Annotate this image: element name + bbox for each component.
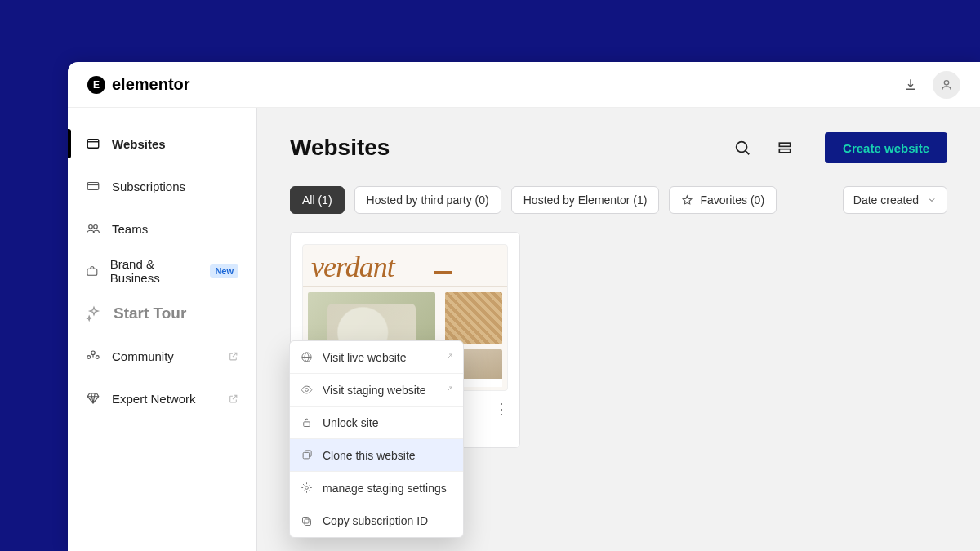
sidebar-item-label: Websites [112, 137, 166, 151]
ctx-visit-live[interactable]: Visit live website [290, 341, 463, 374]
external-link-icon [443, 353, 453, 362]
window-icon [86, 136, 100, 151]
sidebar-item-label: Brand & Business [110, 257, 196, 285]
globe-icon [300, 351, 313, 364]
svg-rect-11 [779, 149, 790, 153]
sidebar-item-label: Subscriptions [112, 180, 185, 193]
ctx-clone-website[interactable]: Clone this website [290, 439, 463, 472]
topbar: E elementor [68, 62, 980, 108]
brand-mark-icon: E [87, 76, 105, 94]
sort-dropdown[interactable]: Date created [843, 186, 947, 214]
sidebar-item-label: Expert Network [112, 392, 196, 406]
filter-bar: All (1) Hosted by third party (0) Hosted… [290, 186, 947, 214]
svg-rect-5 [87, 269, 97, 275]
svg-point-3 [89, 225, 93, 229]
download-button[interactable] [897, 71, 924, 99]
ctx-manage-staging[interactable]: manage staging settings [290, 472, 463, 504]
sidebar-item-label: Teams [112, 222, 148, 236]
brand-name: elementor [112, 75, 190, 94]
create-website-button[interactable]: Create website [825, 132, 947, 163]
filter-all[interactable]: All (1) [290, 186, 345, 214]
svg-point-17 [305, 487, 308, 490]
svg-point-9 [737, 142, 747, 153]
svg-rect-16 [303, 452, 310, 459]
sidebar-item-websites[interactable]: Websites [68, 122, 256, 165]
briefcase-icon [86, 264, 99, 278]
sidebar-item-label: Community [112, 349, 174, 363]
community-icon [86, 349, 100, 363]
sidebar-item-community[interactable]: Community [68, 335, 256, 377]
ctx-visit-staging[interactable]: Visit staging website [290, 374, 463, 407]
page-header: Websites Create website [290, 132, 947, 163]
svg-rect-2 [87, 183, 99, 190]
svg-rect-18 [305, 519, 311, 526]
sidebar-item-subscriptions[interactable]: Subscriptions [68, 165, 256, 207]
users-icon [86, 221, 100, 236]
svg-rect-10 [779, 143, 790, 146]
unlock-icon [300, 416, 313, 429]
diamond-icon [86, 391, 100, 406]
search-button[interactable] [733, 139, 751, 157]
account-button[interactable] [933, 71, 960, 99]
sparkle-icon [86, 305, 102, 322]
app-window: E elementor Websites Subscriptions Teams [68, 62, 980, 551]
eye-icon [300, 384, 313, 397]
svg-point-14 [305, 389, 308, 392]
body: Websites Subscriptions Teams Brand & Bus… [68, 108, 980, 551]
copy-icon [300, 514, 313, 527]
search-icon [733, 139, 751, 157]
clone-icon [300, 449, 313, 462]
filter-favorites[interactable]: Favorites (0) [669, 186, 777, 214]
svg-rect-15 [303, 422, 310, 427]
svg-point-4 [94, 225, 98, 229]
context-menu: Visit live website Visit staging website… [289, 340, 464, 538]
star-icon [681, 194, 693, 207]
external-link-icon [228, 351, 238, 362]
gear-icon [300, 482, 313, 495]
ctx-unlock-site[interactable]: Unlock site [290, 407, 463, 439]
ctx-copy-subscription[interactable]: Copy subscription ID [290, 504, 463, 537]
chevron-down-icon [927, 195, 937, 205]
sidebar-item-label: Start Tour [114, 304, 186, 322]
svg-point-6 [91, 351, 96, 355]
main-panel: Websites Create website All (1) Hosted b… [257, 108, 980, 551]
filter-third-party[interactable]: Hosted by third party (0) [354, 186, 501, 214]
svg-rect-19 [302, 517, 309, 523]
external-link-icon [443, 385, 453, 395]
external-link-icon [228, 393, 238, 404]
card-icon [86, 179, 100, 193]
thumbnail-brand: verdant [311, 250, 394, 284]
user-icon [940, 78, 953, 91]
svg-rect-1 [87, 140, 99, 149]
svg-point-7 [87, 356, 91, 359]
svg-point-8 [96, 356, 99, 359]
filter-by-elementor[interactable]: Hosted by Elementor (1) [511, 186, 660, 214]
svg-point-0 [944, 80, 948, 84]
card-more-button[interactable]: ⋮ [494, 400, 510, 418]
new-badge: New [210, 264, 238, 278]
sidebar-item-start-tour[interactable]: Start Tour [68, 292, 256, 335]
page-title: Websites [290, 135, 390, 161]
download-icon [903, 78, 918, 92]
list-view-icon [777, 140, 793, 156]
sidebar-item-brand-business[interactable]: Brand & Business New [68, 250, 256, 292]
sidebar-item-teams[interactable]: Teams [68, 207, 256, 250]
view-toggle-button[interactable] [776, 139, 794, 157]
brand: E elementor [87, 75, 190, 94]
sidebar: Websites Subscriptions Teams Brand & Bus… [68, 108, 257, 551]
sidebar-item-expert-network[interactable]: Expert Network [68, 377, 256, 420]
